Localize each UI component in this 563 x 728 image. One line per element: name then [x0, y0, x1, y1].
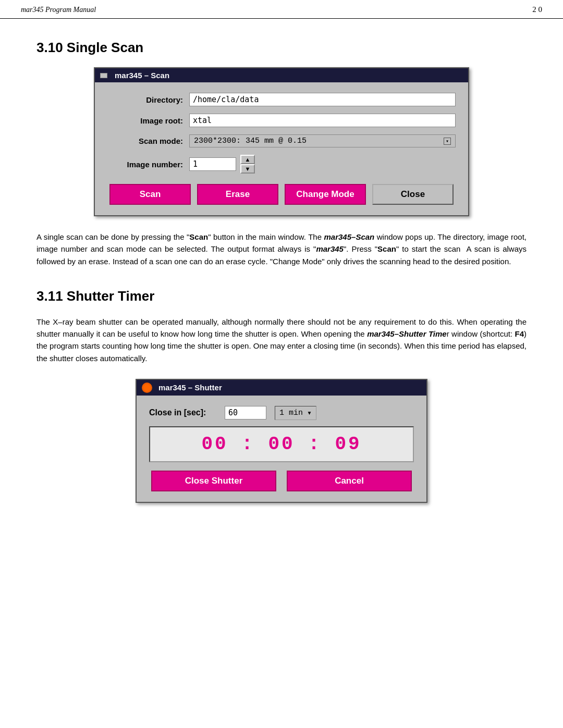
image-number-spinner: ▲ ▼ [240, 155, 255, 174]
scan-mode-select[interactable]: 2300*2300: 345 mm @ 0.15 ▾ [189, 134, 456, 147]
scan-dialog: mar345 – Scan Directory: Image root: [94, 67, 469, 216]
main-content: 3.10 Single Scan mar345 – Scan Directory… [0, 19, 563, 524]
section1-body-text: A single scan can be done by pressing th… [36, 231, 527, 267]
directory-input[interactable] [189, 93, 456, 106]
shutter-dialog-titlebar: mar345 – Shutter [137, 380, 426, 396]
scan-mode-arrow[interactable]: ▾ [444, 138, 451, 145]
cancel-button[interactable]: Cancel [287, 471, 412, 491]
min-select-arrow[interactable]: ▾ [307, 408, 312, 418]
image-number-row: Image number: ▲ ▼ [107, 155, 456, 174]
min-value: 1 min [279, 409, 303, 417]
page-header: mar345 Program Manual 2 0 [0, 0, 563, 19]
header-left: mar345 Program Manual [21, 6, 96, 14]
titlebar-minimize[interactable] [100, 73, 107, 78]
scan-button[interactable]: Scan [109, 184, 191, 205]
close-in-row: Close in [sec]: 1 min ▾ [149, 406, 414, 420]
scan-mode-label: Scan mode: [107, 137, 183, 145]
directory-label: Directory: [107, 95, 183, 104]
image-root-label: Image root: [107, 116, 183, 125]
scan-mode-row: Scan mode: 2300*2300: 345 mm @ 0.15 ▾ [107, 134, 456, 147]
shutter-icon [142, 382, 152, 393]
image-number-down[interactable]: ▼ [240, 164, 255, 174]
timer-display: 00 : 00 : 09 [149, 426, 414, 462]
change-mode-button[interactable]: Change Mode [285, 184, 366, 205]
section-single-scan: 3.10 Single Scan mar345 – Scan Directory… [36, 40, 527, 267]
close-shutter-button[interactable]: Close Shutter [151, 471, 276, 491]
close-button[interactable]: Close [372, 184, 454, 205]
shutter-dialog-wrapper: mar345 – Shutter Close in [sec]: 1 min ▾ [136, 379, 427, 503]
section2-body-text: The X–ray beam shutter can be operated m… [36, 316, 527, 364]
image-number-input[interactable] [189, 157, 236, 171]
scan-mode-value: 2300*2300: 345 mm @ 0.15 [194, 137, 307, 145]
directory-row: Directory: [107, 93, 456, 106]
section-shutter-timer: 3.11 Shutter Timer The X–ray beam shutte… [36, 288, 527, 503]
image-root-row: Image root: [107, 114, 456, 127]
section-heading-single-scan: 3.10 Single Scan [36, 40, 527, 56]
page-number: 2 0 [532, 5, 542, 14]
image-number-up[interactable]: ▲ [240, 155, 255, 164]
scan-dialog-wrapper: mar345 – Scan Directory: Image root: [94, 67, 469, 216]
shutter-dialog-title: mar345 – Shutter [158, 383, 222, 392]
scan-dialog-buttons: Scan Erase Change Mode Close [107, 184, 456, 205]
close-in-label: Close in [sec]: [149, 408, 225, 417]
scan-dialog-titlebar: mar345 – Scan [95, 68, 468, 82]
shutter-dialog-body: Close in [sec]: 1 min ▾ 00 : 00 : 09 Clo… [137, 396, 426, 502]
shutter-dialog: mar345 – Shutter Close in [sec]: 1 min ▾ [136, 379, 427, 503]
scan-dialog-title: mar345 – Scan [115, 71, 169, 80]
min-select[interactable]: 1 min ▾ [275, 406, 316, 420]
scan-dialog-body: Directory: Image root: Scan mode: 2300*2… [95, 82, 468, 215]
image-root-input[interactable] [189, 114, 456, 127]
section-heading-shutter-timer: 3.11 Shutter Timer [36, 288, 527, 304]
image-number-label: Image number: [107, 160, 183, 169]
shutter-dialog-buttons: Close Shutter Cancel [149, 471, 414, 491]
close-in-input[interactable] [225, 406, 266, 419]
erase-button[interactable]: Erase [197, 184, 278, 205]
